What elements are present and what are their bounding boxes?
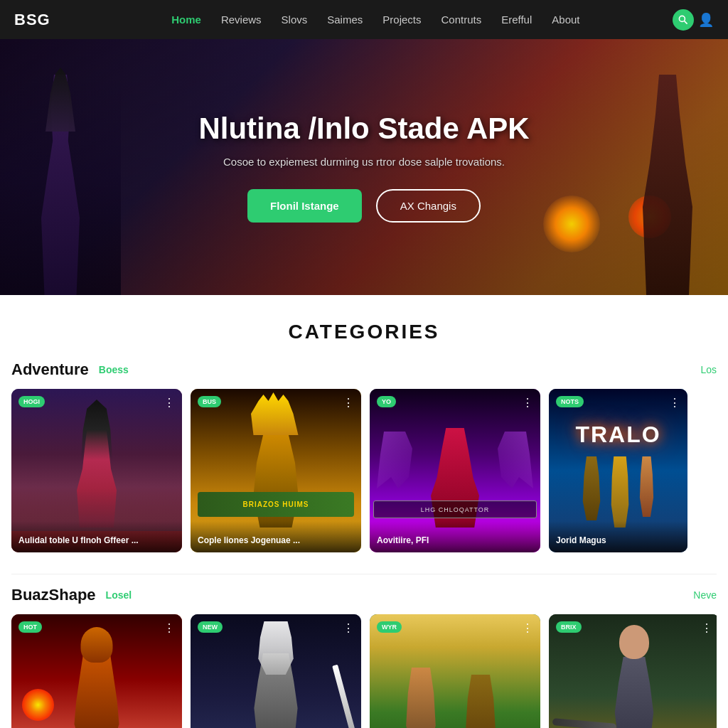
card-5-badge: HOT [18, 621, 42, 633]
buazshape-badge[interactable]: Losel [106, 589, 132, 601]
card-3-badge: YO [377, 396, 396, 407]
svg-point-0 [679, 16, 685, 21]
hero-title: Nlutina /Inlo Stade APK [198, 112, 529, 146]
card-8-badge: BRIX [556, 621, 582, 633]
hero-banner: Nlutina /Inlo Stade APK Cosoe to expieme… [0, 39, 728, 295]
nav-link-home[interactable]: Home [171, 14, 201, 26]
hero-secondary-btn[interactable]: AX Changis [376, 189, 481, 223]
brand-logo: BSG [14, 11, 50, 29]
adventure-badge[interactable]: Boess [99, 364, 129, 375]
card-1-badge: HOGI [18, 396, 45, 407]
hero-char-right [607, 60, 728, 295]
svg-line-1 [685, 21, 687, 23]
card-4-badge: NOTS [556, 396, 584, 407]
game-card-4[interactable]: TRALO NOTS ⋮ Jorid Magus [549, 389, 687, 552]
card-3-title: Aovitiire, PFI [370, 521, 540, 552]
card-6-badge: NEW [198, 621, 223, 633]
nav-item-slovs[interactable]: Slovs [282, 14, 308, 26]
adventure-section-header: Adventure Boess Los [11, 360, 717, 379]
nav-item-about[interactable]: About [552, 14, 579, 26]
search-button[interactable] [673, 9, 694, 31]
main-content: CATEGORIES Adventure Boess Los [0, 295, 728, 728]
nav-link-projects[interactable]: Projects [382, 14, 421, 26]
hero-buttons: Flonil Istange AX Changis [198, 189, 529, 223]
nav-item-reviews[interactable]: Reviews [221, 14, 262, 26]
card-1-menu[interactable]: ⋮ [164, 396, 175, 410]
user-icon[interactable]: 👤 [698, 12, 714, 28]
hero-char-left [0, 60, 121, 295]
buazshape-section-header: BuazShape Losel Neve [11, 586, 717, 604]
section-divider [11, 574, 717, 574]
game-card-8[interactable]: BRIX ⋮ Desert Sniper [549, 614, 717, 728]
card-3-menu[interactable]: ⋮ [522, 396, 533, 410]
buazshape-title: BuazShape [11, 586, 96, 604]
search-icon [678, 14, 689, 26]
nav-search: 👤 [673, 9, 714, 31]
nav-link-contruts[interactable]: Contruts [441, 14, 481, 26]
hero-sun-decoration [543, 196, 600, 252]
hero-subtitle: Cosoe to expiemest durming us rtror dose… [198, 156, 529, 168]
card-5-menu[interactable]: ⋮ [164, 621, 175, 635]
adventure-more[interactable]: Los [700, 364, 717, 375]
card-8-menu[interactable]: ⋮ [701, 621, 712, 635]
nav-link-erefful[interactable]: Erefful [501, 14, 532, 26]
game-card-6[interactable]: NEW ⋮ Zeus Battle [191, 614, 361, 728]
card-1-title: Aulidal toble U flnoh Gffeer ... [11, 521, 182, 552]
card-4-title: Jorid Magus [549, 521, 687, 552]
buazshape-games-row: HOT ⋮ Fire Warrior NEW ⋮ [11, 614, 717, 728]
game-card-2[interactable]: BRIAZOS HUIMS BUS ⋮ Cople liones Jogenua… [191, 389, 361, 552]
nav-item-home[interactable]: Home [171, 14, 201, 26]
card-2-badge: BUS [198, 396, 221, 407]
card-4-menu[interactable]: ⋮ [669, 396, 680, 410]
adventure-title: Adventure [11, 360, 89, 379]
nav-link-reviews[interactable]: Reviews [221, 14, 262, 26]
game-card-1[interactable]: HOGI ⋮ Aulidal toble U flnoh Gffeer ... [11, 389, 182, 552]
game-card-3[interactable]: LHG CHLOQATTOR YO ⋮ Aovitiire, PFI [370, 389, 540, 552]
card-2-menu[interactable]: ⋮ [343, 396, 354, 410]
card-6-menu[interactable]: ⋮ [343, 621, 354, 635]
nav-item-projects[interactable]: Projects [382, 14, 421, 26]
nav-item-contruts[interactable]: Contruts [441, 14, 481, 26]
buazshape-section: BuazShape Losel Neve HOT ⋮ [0, 586, 728, 728]
buazshape-more[interactable]: Neve [693, 589, 717, 601]
card-7-badge: WYR [377, 621, 402, 633]
nav-link-about[interactable]: About [552, 14, 579, 26]
nav-item-erefful[interactable]: Erefful [501, 14, 532, 26]
nav-link-slovs[interactable]: Slovs [282, 14, 308, 26]
categories-heading: CATEGORIES [0, 295, 728, 360]
nav-item-saimes[interactable]: Saimes [327, 14, 363, 26]
adventure-section: Adventure Boess Los HOGI [0, 360, 728, 560]
nav-link-saimes[interactable]: Saimes [327, 14, 363, 26]
hero-primary-btn[interactable]: Flonil Istange [247, 189, 362, 223]
card-7-menu[interactable]: ⋮ [522, 621, 533, 635]
hero-content: Nlutina /Inlo Stade APK Cosoe to expieme… [198, 112, 529, 223]
nav-links: Home Reviews Slovs Saimes Projects Contr… [79, 14, 673, 26]
card-2-title: Cople liones Jogenuae ... [191, 521, 361, 552]
game-card-5[interactable]: HOT ⋮ Fire Warrior [11, 614, 182, 728]
adventure-games-row: HOGI ⋮ Aulidal toble U flnoh Gffeer ... … [11, 389, 717, 552]
game-card-7[interactable]: WYR ⋮ Jungle Quest [370, 614, 540, 728]
navbar: BSG Home Reviews Slovs Saimes Projects C… [0, 0, 728, 39]
